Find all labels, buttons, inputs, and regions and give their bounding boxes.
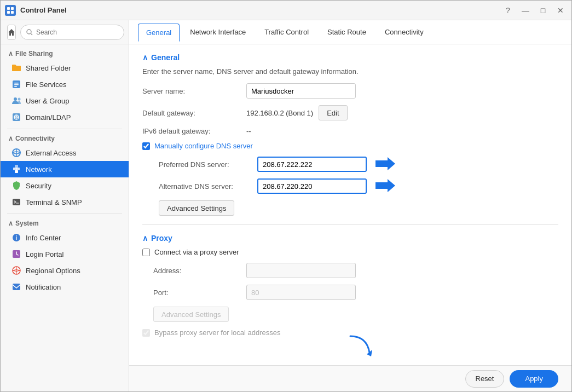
alternative-dns-label: Alternative DNS server: [159,182,252,191]
content-area: General Network Interface Traffic Contro… [129,20,571,391]
svg-text:i: i [16,235,18,241]
svg-marker-31 [375,157,395,170]
sidebar-section-connectivity: ∧ Connectivity External Access Netwo [1,129,129,214]
bypass-proxy-row: Bypass proxy server for local addresses [142,328,558,337]
proxy-checkbox-row: Connect via a proxy server [142,248,558,256]
maximize-button[interactable]: □ [536,4,550,17]
alternative-dns-row: Alternative DNS server: [142,178,558,194]
tab-general[interactable]: General [138,24,180,42]
edit-button[interactable]: Edit [319,105,347,120]
sidebar-item-user-group[interactable]: User & Group [1,93,129,109]
section-header-connectivity[interactable]: ∧ Connectivity [1,132,129,145]
tab-network-interface[interactable]: Network Interface [182,23,254,41]
proxy-advanced-settings-button[interactable]: Advanced Settings [153,307,229,322]
default-gateway-label: Default gateway: [142,109,241,117]
sidebar-item-login-portal[interactable]: Login Portal [1,246,129,262]
svg-point-4 [27,30,31,34]
tab-bar: General Network Interface Traffic Contro… [129,20,571,44]
general-section-title: General [151,53,180,62]
section-divider [142,224,558,225]
proxy-address-label: Address: [142,267,241,275]
content-scroll: ∧ General Enter the server name, DNS ser… [129,44,571,365]
app-body: ∧ File Sharing Shared Folder File Servic… [1,20,571,391]
sidebar-item-file-services[interactable]: File Services [1,76,129,93]
external-access-icon [11,148,21,158]
alternative-dns-input[interactable] [257,178,367,194]
login-portal-icon [11,249,21,259]
sidebar-item-terminal-snmp[interactable]: Terminal & SNMP [1,194,129,210]
svg-rect-17 [15,170,18,173]
preferred-dns-arrow [375,157,395,172]
reset-button[interactable]: Reset [465,370,505,388]
svg-rect-7 [14,83,19,84]
search-input[interactable] [36,28,118,36]
tab-static-route[interactable]: Static Route [319,23,374,41]
svg-rect-8 [14,84,19,85]
proxy-label[interactable]: Connect via a proxy server [154,248,239,256]
apply-button[interactable]: Apply [510,370,558,388]
sidebar-item-external-access[interactable]: External Access [1,145,129,161]
domain-icon [11,112,21,122]
sidebar-item-notification[interactable]: Notification [1,279,129,295]
svg-rect-1 [11,7,14,10]
svg-point-11 [18,98,21,101]
bypass-proxy-checkbox[interactable] [142,329,150,337]
proxy-address-input[interactable] [246,263,356,278]
manual-dns-checkbox[interactable] [142,142,150,150]
preferred-dns-row: Preferred DNS server: [142,157,558,172]
sidebar-item-domain-ldap[interactable]: Domain/LDAP [1,109,129,125]
network-icon [11,164,21,174]
control-panel-window: Control Panel ? — □ ✕ ∧ [0,0,572,392]
server-name-label: Server name: [142,87,241,95]
proxy-section-header[interactable]: ∧ Proxy [142,234,558,243]
help-button[interactable]: ? [501,4,515,17]
section-header-file-sharing[interactable]: ∧ File Sharing [1,48,129,60]
svg-line-5 [31,33,33,35]
notification-icon [11,282,21,292]
bottom-bar: Reset Apply [129,365,571,391]
svg-rect-0 [7,7,10,10]
sidebar-item-info-center[interactable]: i Info Center [1,229,129,246]
server-name-input[interactable] [246,83,356,99]
proxy-collapse-icon: ∧ [142,234,148,243]
svg-rect-9 [14,86,17,87]
svg-marker-32 [375,179,395,192]
ipv6-gateway-label: IPv6 default gateway: [142,127,241,135]
close-button[interactable]: ✕ [554,4,567,17]
sidebar-section-system: ∧ System i Info Center Login Portal [1,214,129,298]
app-icon [5,5,16,16]
svg-point-10 [14,97,17,101]
tab-traffic-control[interactable]: Traffic Control [256,23,317,41]
sidebar-item-regional-options[interactable]: Regional Options [1,262,129,279]
svg-rect-30 [13,284,20,290]
svg-rect-3 [11,11,14,14]
proxy-adv-row: Advanced Settings [142,307,558,322]
proxy-port-input[interactable] [246,285,356,300]
user-group-icon [11,96,21,106]
proxy-address-row: Address: [142,263,558,278]
manual-dns-row: Manually configure DNS server [142,142,558,150]
default-gateway-value: 192.168.0.2 (Bond 1) [246,109,313,117]
preferred-dns-input[interactable] [257,157,367,172]
general-info-text: Enter the server name, DNS server and de… [142,67,558,76]
minimize-button[interactable]: — [519,4,532,17]
preferred-dns-label: Preferred DNS server: [159,160,252,169]
collapse-icon-system: ∧ [8,220,13,227]
proxy-section-title: Proxy [151,234,172,243]
section-header-system[interactable]: ∧ System [1,217,129,229]
svg-rect-19 [15,165,18,168]
search-box[interactable] [20,25,124,40]
collapse-icon-file-sharing: ∧ [8,50,13,57]
dns-advanced-settings-button[interactable]: Advanced Settings [159,200,234,216]
sidebar-item-shared-folder[interactable]: Shared Folder [1,60,129,76]
proxy-checkbox[interactable] [142,249,150,256]
proxy-port-label: Port: [142,289,241,297]
dns-adv-settings-row: Advanced Settings [142,200,558,216]
general-collapse-icon: ∧ [142,53,148,62]
sidebar-item-security[interactable]: Security [1,177,129,194]
manual-dns-label[interactable]: Manually configure DNS server [154,142,253,150]
home-button[interactable] [7,25,16,40]
sidebar-item-network[interactable]: Network [1,161,129,177]
tab-connectivity[interactable]: Connectivity [377,23,432,41]
general-section-header[interactable]: ∧ General [142,53,558,62]
